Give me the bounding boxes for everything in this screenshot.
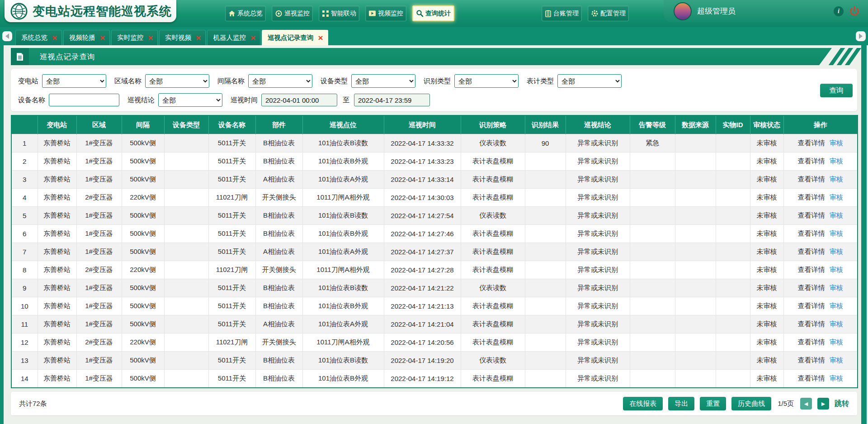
audit-link[interactable]: 审核 [830,374,843,382]
filter-select[interactable]: 全部 [454,74,519,88]
cell-part: 开关侧接头 [255,189,302,207]
cell-point: 101油位表A外观 [302,315,384,333]
cell-actions: 查看详情审核 [783,352,858,370]
view-detail-link[interactable]: 查看详情 [798,175,825,183]
view-detail-link[interactable]: 查看详情 [798,374,825,382]
audit-link[interactable]: 审核 [830,338,843,346]
filter-select[interactable]: 全部 [42,74,106,88]
query-button[interactable]: 查询 [820,84,853,97]
cell-region: 2#变压器 [76,189,122,207]
tab-robot-monitor[interactable]: 机器人监控 [207,30,260,45]
device-name-input[interactable] [49,94,119,106]
view-detail-link[interactable]: 查看详情 [798,139,825,147]
table-body: 1 东善桥站 1#变压器 500kV侧 5011开关 B相油位表 101油位表B… [11,134,858,388]
reset-button[interactable]: 重置 [700,397,726,410]
cell-result: 90 [525,134,566,152]
cell-region: 1#变压器 [76,370,122,388]
export-button[interactable]: 导出 [668,397,694,410]
cell-bay: 500kV侧 [122,152,164,171]
filter-select[interactable]: 全部 [351,74,415,88]
cell-conclusion: 异常或未识别 [566,243,630,261]
prev-page-icon[interactable] [800,398,812,410]
cell-asset-id [716,297,750,315]
view-detail-link[interactable]: 查看详情 [798,338,825,346]
cell-asset-id [716,370,750,388]
close-icon[interactable] [100,33,105,42]
nav-inspection-monitor[interactable]: 巡视监控 [272,5,313,21]
cell-actions: 查看详情审核 [783,171,858,189]
cell-device-name: 5011开关 [208,225,255,243]
info-icon[interactable]: i [834,6,844,16]
audit-link[interactable]: 审核 [830,175,843,183]
view-detail-link[interactable]: 查看详情 [798,284,825,291]
view-detail-link[interactable]: 查看详情 [798,302,825,310]
view-detail-link[interactable]: 查看详情 [798,248,825,255]
audit-link[interactable]: 审核 [830,266,843,273]
close-icon[interactable] [52,33,57,42]
time-from-input[interactable] [261,94,337,106]
cell-station: 东善桥站 [38,315,76,333]
close-icon[interactable] [318,33,323,42]
tab-inspection-record-query[interactable]: 巡视点记录查询 [262,30,328,45]
tabs-scroll-right-icon[interactable] [856,31,866,41]
filter-select[interactable]: 全部 [145,74,209,88]
cell-asset-id [716,333,750,352]
clipboard-icon [545,10,552,17]
view-detail-link[interactable]: 查看详情 [798,211,825,219]
tab-video-carousel[interactable]: 视频轮播 [63,30,110,45]
audit-link[interactable]: 审核 [830,229,843,237]
conclusion-select[interactable]: 全部 [158,93,222,107]
cell-point: 101油位表A外观 [302,243,384,261]
close-icon[interactable] [196,33,201,42]
view-detail-link[interactable]: 查看详情 [798,157,825,165]
app-header: 变电站远程智能巡视系统 系统总览 巡视监控 智能联动 [0,0,868,27]
view-detail-link[interactable]: 查看详情 [798,266,825,273]
table-row: 8 东善桥站 2#变压器 220kV侧 11021刀闸 开关侧接头 1011刀闸… [11,261,858,279]
audit-link[interactable]: 审核 [830,211,843,219]
cell-bay: 500kV侧 [122,315,164,333]
cell-device-name: 5011开关 [208,171,255,189]
audit-link[interactable]: 审核 [830,302,843,310]
filter-group: 区域名称 全部 [114,74,209,88]
audit-link[interactable]: 审核 [830,356,843,364]
history-curve-button[interactable]: 历史曲线 [731,397,771,410]
jump-button[interactable]: 跳转 [835,399,849,409]
audit-link[interactable]: 审核 [830,284,843,291]
cell-device-type [164,315,208,333]
cell-bay: 500kV侧 [122,207,164,225]
tab-realtime-video[interactable]: 实时视频 [159,30,206,45]
nav-video-monitor[interactable]: 视频监控 [365,5,406,21]
power-logout-icon[interactable] [849,6,860,17]
filter-select[interactable]: 全部 [248,74,312,88]
online-report-button[interactable]: 在线报表 [623,397,663,410]
audit-link[interactable]: 审核 [830,139,843,147]
cell-device-name: 5011开关 [208,207,255,225]
cell-part: B相油位表 [255,134,302,152]
audit-link[interactable]: 审核 [830,320,843,328]
nav-config-management[interactable]: 配置管理 [588,5,629,21]
view-detail-link[interactable]: 查看详情 [798,320,825,328]
cell-data-source [675,189,716,207]
close-icon[interactable] [250,33,255,42]
tab-system-overview[interactable]: 系统总览 [15,30,62,45]
filter-select[interactable]: 全部 [557,74,622,88]
cell-audit-status: 未审核 [750,134,783,152]
records-table-wrap: 变电站 区域 间隔 设备类型 设备名称 部件 巡视点位 巡视时间 识别策略 识别… [11,115,857,388]
view-detail-link[interactable]: 查看详情 [798,229,825,237]
table-row: 3 东善桥站 1#变压器 500kV侧 5011开关 A相油位表 101油位表A… [11,171,858,189]
nav-smart-linkage[interactable]: 智能联动 [319,5,359,21]
time-to-input[interactable] [354,94,430,106]
nav-system-overview[interactable]: 系统总览 [225,5,266,21]
view-detail-link[interactable]: 查看详情 [798,193,825,201]
nav-query-statistics[interactable]: 查询统计 [412,5,454,21]
tabs-scroll-left-icon[interactable] [2,31,12,41]
close-icon[interactable] [148,33,153,42]
audit-link[interactable]: 审核 [830,248,843,255]
cell-audit-status: 未审核 [750,352,783,370]
view-detail-link[interactable]: 查看详情 [798,356,825,364]
next-page-icon[interactable] [817,398,829,410]
audit-link[interactable]: 审核 [830,157,843,165]
nav-ledger-management[interactable]: 台账管理 [542,5,582,21]
tab-realtime-monitor[interactable]: 实时监控 [111,30,158,45]
audit-link[interactable]: 审核 [830,193,843,201]
